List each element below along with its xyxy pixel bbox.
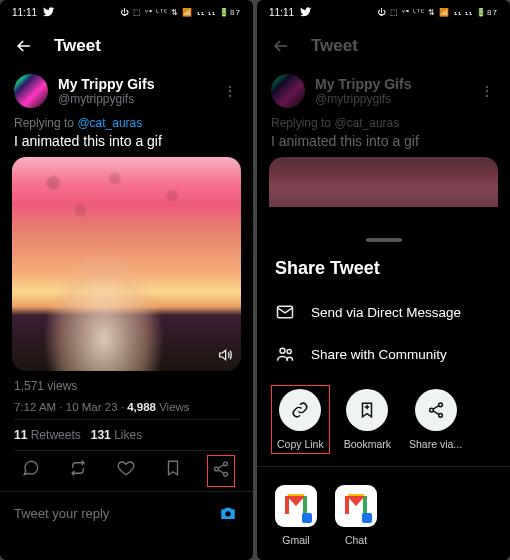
share-circle-row: Copy Link Bookmark Share via...: [257, 375, 510, 456]
svg-point-2: [224, 472, 228, 476]
handle[interactable]: @mytrippygifs: [58, 92, 211, 106]
bookmark-add-icon: [358, 401, 376, 419]
tweet-timestamp: 7:12 AM · 10 Mar 23 · 4,988 Views: [0, 395, 253, 419]
tweet-text: I animated this into a gif: [257, 130, 510, 157]
more-options-icon: ⋮: [478, 83, 496, 99]
reply-placeholder: Tweet your reply: [14, 506, 109, 521]
gmail-icon: [275, 485, 317, 527]
chat-app[interactable]: Chat: [335, 485, 377, 546]
back-arrow-icon: [271, 36, 291, 56]
volume-icon[interactable]: [217, 347, 233, 363]
send-dm-row[interactable]: Send via Direct Message: [257, 291, 510, 333]
share-bottom-sheet: Share Tweet Send via Direct Message Shar…: [257, 226, 510, 560]
action-bar: [0, 451, 253, 491]
envelope-icon: [275, 302, 295, 322]
share-button-highlight: [207, 455, 235, 487]
header: Tweet: [257, 24, 510, 68]
avatar: [271, 74, 305, 108]
reply-composer[interactable]: Tweet your reply: [0, 491, 253, 534]
community-icon: [275, 344, 295, 364]
tweet-header: My Trippy Gifs @mytrippygifs ⋮: [0, 68, 253, 114]
reply-context: Replying to @cat_auras: [257, 114, 510, 130]
svg-point-9: [438, 413, 442, 417]
tweet-text: I animated this into a gif: [0, 130, 253, 157]
more-options-icon[interactable]: ⋮: [221, 83, 239, 99]
svg-point-5: [280, 348, 285, 353]
view-count-small: 1,571 views: [0, 371, 253, 395]
tweet-media[interactable]: [12, 157, 241, 371]
share-via-button[interactable]: Share via...: [409, 389, 462, 450]
share-sheet-screen: 11:11 ⏻ ⬚ ᵛᵒ ᴸᵀᴱ ⇅ 📶 ₁₁ ₁₁ 🔋87 Tweet My …: [257, 0, 510, 560]
tweet-header: My Trippy Gifs @mytrippygifs ⋮: [257, 68, 510, 114]
page-title: Tweet: [54, 36, 101, 56]
link-icon: [291, 401, 309, 419]
status-indicators: ⏻ ⬚ ᵛᵒ ᴸᵀᴱ ⇅ 📶 ₁₁ ₁₁ 🔋87: [120, 8, 241, 17]
svg-point-0: [224, 462, 228, 466]
handle: @mytrippygifs: [315, 92, 468, 106]
status-indicators: ⏻ ⬚ ᵛᵒ ᴸᵀᴱ ⇅ 📶 ₁₁ ₁₁ 🔋87: [377, 8, 498, 17]
engagement-stats[interactable]: 11 Retweets 131 Likes: [0, 420, 253, 450]
svg-point-3: [225, 511, 230, 516]
back-arrow-icon[interactable]: [14, 36, 34, 56]
svg-point-7: [438, 403, 442, 407]
reply-to-link[interactable]: @cat_auras: [77, 116, 142, 130]
status-time: 11:11: [269, 7, 294, 18]
svg-point-1: [215, 467, 219, 471]
share-icon[interactable]: [212, 460, 230, 478]
twitter-bird-icon: [43, 6, 55, 18]
tweet-media-dimmed: [269, 157, 498, 207]
svg-point-8: [429, 408, 433, 412]
status-bar: 11:11 ⏻ ⬚ ᵛᵒ ᴸᵀᴱ ⇅ 📶 ₁₁ ₁₁ 🔋87: [0, 0, 253, 24]
copy-link-button[interactable]: Copy Link: [275, 389, 326, 450]
twitter-bird-icon: [300, 6, 312, 18]
header: Tweet: [0, 24, 253, 68]
retweet-icon[interactable]: [69, 459, 87, 477]
tweet-detail-screen: 11:11 ⏻ ⬚ ᵛᵒ ᴸᵀᴱ ⇅ 📶 ₁₁ ₁₁ 🔋87 Tweet My …: [0, 0, 253, 560]
display-name: My Trippy Gifs: [315, 76, 468, 92]
camera-icon: [219, 504, 237, 522]
share-nodes-icon: [427, 401, 445, 419]
status-bar: 11:11 ⏻ ⬚ ᵛᵒ ᴸᵀᴱ ⇅ 📶 ₁₁ ₁₁ 🔋87: [257, 0, 510, 24]
reply-icon[interactable]: [22, 459, 40, 477]
share-apps-row: Gmail Chat: [257, 477, 510, 546]
sheet-title: Share Tweet: [257, 254, 510, 291]
reply-context: Replying to @cat_auras: [0, 114, 253, 130]
share-community-row[interactable]: Share with Community: [257, 333, 510, 375]
display-name[interactable]: My Trippy Gifs: [58, 76, 211, 92]
like-icon[interactable]: [117, 459, 135, 477]
bookmark-button[interactable]: Bookmark: [344, 389, 391, 450]
camera-button[interactable]: [217, 502, 239, 524]
sheet-drag-handle[interactable]: [366, 238, 402, 242]
bookmark-icon[interactable]: [164, 459, 182, 477]
chat-icon: [335, 485, 377, 527]
svg-point-6: [287, 349, 291, 353]
status-time: 11:11: [12, 7, 37, 18]
page-title: Tweet: [311, 36, 358, 56]
avatar[interactable]: [14, 74, 48, 108]
gmail-app[interactable]: Gmail: [275, 485, 317, 546]
